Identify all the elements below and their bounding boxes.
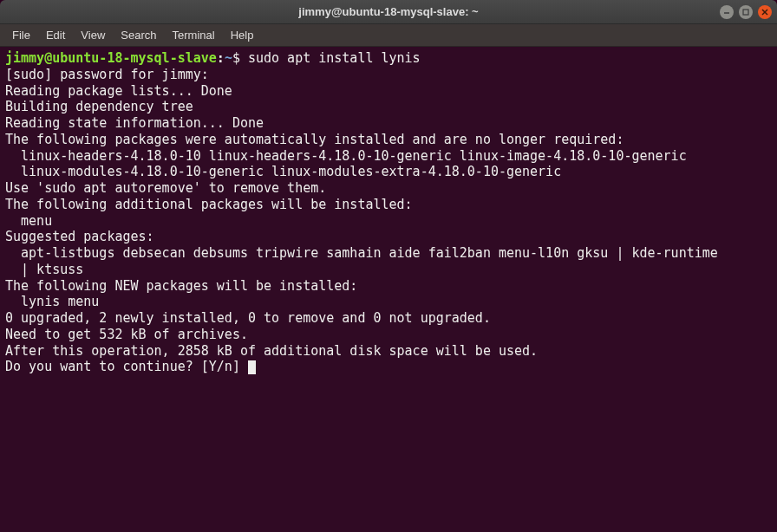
svg-rect-1 bbox=[743, 10, 748, 15]
command-text: sudo apt install lynis bbox=[248, 50, 421, 66]
menubar: File Edit View Search Terminal Help bbox=[0, 24, 777, 47]
cursor bbox=[248, 360, 256, 374]
output-line: Reading state information... Done bbox=[5, 115, 772, 132]
output-line: Reading package lists... Done bbox=[5, 83, 772, 100]
continue-prompt-line: Do you want to continue? [Y/n] bbox=[5, 359, 772, 375]
menu-search[interactable]: Search bbox=[114, 26, 163, 44]
maximize-icon bbox=[742, 9, 749, 16]
output-line: linux-modules-4.18.0-10-generic linux-mo… bbox=[5, 164, 772, 180]
prompt-path: ~ bbox=[225, 50, 232, 66]
terminal-content[interactable]: jimmy@ubuntu-18-mysql-slave:~$ sudo apt … bbox=[0, 47, 777, 532]
output-line: menu bbox=[5, 213, 772, 230]
output-line: apt-listbugs debsecan debsums tripwire s… bbox=[5, 245, 772, 262]
output-line: The following NEW packages will be insta… bbox=[5, 278, 772, 295]
output-line: [sudo] password for jimmy: bbox=[5, 67, 772, 83]
menu-file[interactable]: File bbox=[5, 26, 37, 44]
minimize-icon bbox=[723, 9, 730, 16]
menu-terminal[interactable]: Terminal bbox=[166, 26, 222, 44]
close-icon bbox=[761, 9, 768, 16]
menu-help[interactable]: Help bbox=[224, 26, 261, 44]
window-title: jimmy@ubuntu-18-mysql-slave: ~ bbox=[298, 5, 478, 18]
output-line: linux-headers-4.18.0-10 linux-headers-4.… bbox=[5, 148, 772, 165]
menu-edit[interactable]: Edit bbox=[39, 26, 72, 44]
output-line: Need to get 532 kB of archives. bbox=[5, 327, 772, 343]
menu-view[interactable]: View bbox=[74, 26, 112, 44]
output-line: lynis menu bbox=[5, 294, 772, 310]
prompt-line: jimmy@ubuntu-18-mysql-slave:~$ sudo apt … bbox=[5, 50, 772, 67]
terminal-window: jimmy@ubuntu-18-mysql-slave: ~ File Edit… bbox=[0, 0, 777, 532]
continue-prompt-text: Do you want to continue? [Y/n] bbox=[5, 359, 248, 374]
output-line: 0 upgraded, 2 newly installed, 0 to remo… bbox=[5, 310, 772, 327]
window-controls bbox=[720, 5, 772, 19]
prompt-user-host: jimmy@ubuntu-18-mysql-slave bbox=[5, 50, 217, 66]
output-line: After this operation, 2858 kB of additio… bbox=[5, 343, 772, 360]
prompt-symbol: $ bbox=[232, 50, 240, 66]
output-line: Building dependency tree bbox=[5, 99, 772, 115]
output-line: Suggested packages: bbox=[5, 229, 772, 245]
close-button[interactable] bbox=[758, 5, 772, 19]
minimize-button[interactable] bbox=[720, 5, 734, 19]
prompt-colon: : bbox=[217, 50, 225, 66]
maximize-button[interactable] bbox=[739, 5, 753, 19]
output-line: Use 'sudo apt autoremove' to remove them… bbox=[5, 180, 772, 197]
output-line: The following additional packages will b… bbox=[5, 197, 772, 213]
output-line: | ktsuss bbox=[5, 262, 772, 278]
titlebar: jimmy@ubuntu-18-mysql-slave: ~ bbox=[0, 0, 777, 24]
output-line: The following packages were automaticall… bbox=[5, 132, 772, 148]
